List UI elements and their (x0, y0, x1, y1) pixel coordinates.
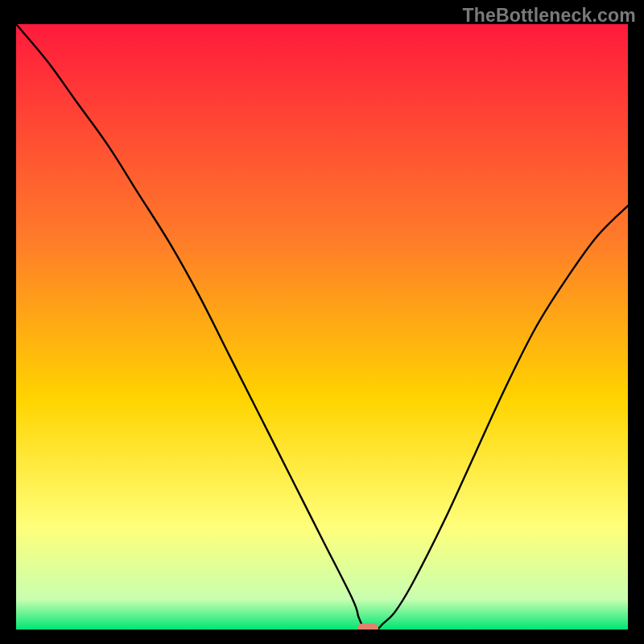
plot-area (16, 24, 628, 630)
bottleneck-chart (16, 24, 628, 630)
watermark-text: TheBottleneck.com (462, 5, 636, 27)
chart-frame: TheBottleneck.com (0, 0, 644, 644)
optimal-marker (357, 624, 378, 630)
